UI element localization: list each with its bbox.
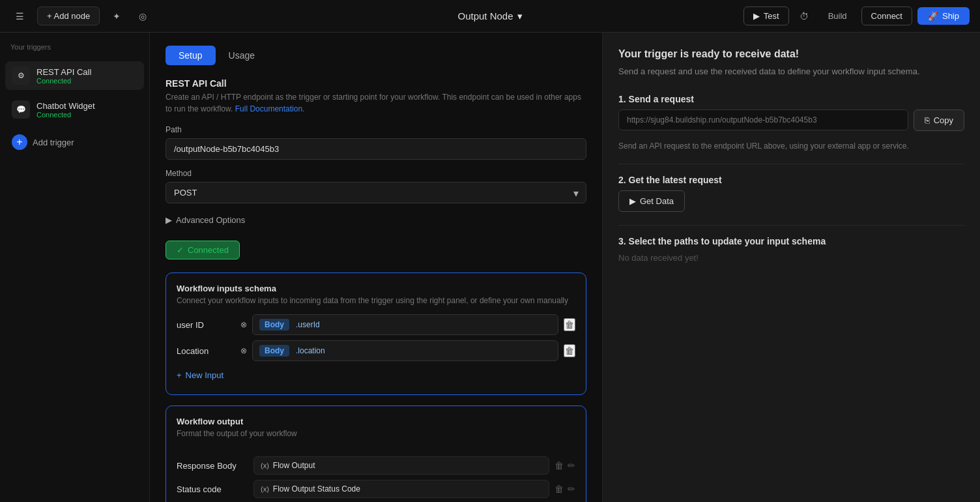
play-icon: ▶ <box>753 11 760 21</box>
get-data-button[interactable]: ▶ Get Data <box>618 190 685 212</box>
step1-section: 1. Send a request ⎘ Copy Send an API req… <box>618 94 964 151</box>
method-select[interactable]: POST GET PUT DELETE PATCH <box>166 182 586 203</box>
test-button[interactable]: ▶ Test <box>743 7 789 25</box>
add-node-button[interactable]: + Add node <box>37 7 100 25</box>
panel-title: Your trigger is ready to receive data! <box>618 48 964 60</box>
ship-icon: 🚀 <box>928 11 938 21</box>
body-tag-location: Body <box>259 345 289 357</box>
plus-icon: + <box>177 370 182 380</box>
rest-api-icon: ⚙ <box>12 66 30 85</box>
magic-button[interactable]: ✦ <box>108 8 126 24</box>
menu-icon: ☰ <box>16 11 24 22</box>
userid-label: user ID <box>177 320 235 330</box>
tabs: Setup Usage <box>166 46 586 65</box>
tab-usage[interactable]: Usage <box>216 46 268 65</box>
input-row-location: Location ⊗ Body .location 🗑 <box>177 340 575 361</box>
path-label: Path <box>166 125 586 134</box>
input-row-userid: user ID ⊗ Body .userId 🗑 <box>177 314 575 335</box>
output-row-body: Response Body (x) Flow Output 🗑 ✏ <box>177 456 575 475</box>
divider-2 <box>618 225 964 226</box>
connect-button[interactable]: Connect <box>861 7 912 25</box>
panel-desc: Send a request and use the received data… <box>618 65 964 78</box>
topbar-right: ▶ Test ⏱ Build Connect 🚀 Ship <box>743 7 970 25</box>
endpoint-url-input[interactable] <box>618 110 908 130</box>
api-title: REST API Call <box>166 78 586 89</box>
panel-header: Your trigger is ready to receive data! S… <box>618 48 964 78</box>
method-label: Method <box>166 169 586 178</box>
method-group: Method POST GET PUT DELETE PATCH <box>166 169 586 203</box>
no-data-text: No data received yet! <box>618 253 964 263</box>
delete-status-button[interactable]: 🗑 <box>555 484 564 494</box>
add-icon: + <box>12 134 27 150</box>
copy-button[interactable]: ⎘ Copy <box>914 110 964 131</box>
topbar-left: ☰ + Add node ✦ ◎ <box>10 7 736 25</box>
method-select-wrapper: POST GET PUT DELETE PATCH <box>166 182 586 203</box>
connected-badge: ✓ Connected <box>166 241 240 259</box>
output-title: Workflow output <box>177 417 297 426</box>
copy-icon: ⎘ <box>925 115 930 125</box>
output-row-status: Status code (x) Flow Output Status Code … <box>177 480 575 498</box>
history-button[interactable]: ⏱ <box>794 8 814 24</box>
search-button[interactable]: ◎ <box>134 8 152 24</box>
edit-body-button[interactable]: ✏ <box>568 460 575 471</box>
content-inner: Setup Usage REST API Call Create an API … <box>166 46 586 502</box>
chevron-right-icon: ▶ <box>166 215 172 225</box>
api-description: Create an API / HTTP endpoint as the tri… <box>166 91 586 115</box>
edit-status-button[interactable]: ✏ <box>568 484 575 494</box>
response-body-label: Response Body <box>177 461 248 471</box>
connected-badge-wrapper: ✓ Connected <box>166 235 586 259</box>
workflow-inputs-desc: Connect your workflow inputs to incoming… <box>177 296 575 305</box>
chatbot-icon: 💬 <box>12 100 30 119</box>
check-icon: ✓ <box>177 245 184 255</box>
location-path: .location <box>293 345 328 357</box>
divider-1 <box>618 164 964 164</box>
trigger-info-chatbot: Chatbot Widget Connected <box>36 101 95 119</box>
sidebar-item-chatbot[interactable]: 💬 Chatbot Widget Connected <box>5 95 144 124</box>
output-row-status-actions: 🗑 ✏ <box>555 484 575 494</box>
delete-location-button[interactable]: 🗑 <box>564 344 575 357</box>
doc-link[interactable]: Full Documentation. <box>235 104 305 113</box>
delete-body-button[interactable]: 🗑 <box>555 460 564 471</box>
menu-button[interactable]: ☰ <box>10 8 29 24</box>
path-group: Path <box>166 125 586 160</box>
workflow-inputs-section: Workflow inputs schema Connect your work… <box>166 273 586 395</box>
response-body-value: (x) Flow Output <box>253 456 549 475</box>
userid-var-icon[interactable]: ⊗ <box>240 320 247 329</box>
new-input-button[interactable]: + New Input <box>177 366 223 384</box>
add-trigger-button[interactable]: + Add trigger <box>5 129 144 155</box>
output-row-body-actions: 🗑 ✏ <box>555 460 575 471</box>
step3-title: 3. Select the paths to update your input… <box>618 236 964 246</box>
advanced-options-toggle[interactable]: ▶ Advanced Options <box>166 213 245 228</box>
topbar: ☰ + Add node ✦ ◎ Output Node ▾ ▶ Test ⏱ … <box>0 0 980 33</box>
status-code-label: Status code <box>177 484 248 494</box>
sidebar-title: Your triggers <box>5 43 144 56</box>
workflow-inputs-title: Workflow inputs schema <box>177 284 575 293</box>
send-desc: Send an API request to the endpoint URL … <box>618 141 964 151</box>
var-icon-status: (x) <box>261 485 269 493</box>
get-data-play-icon: ▶ <box>629 196 636 206</box>
body-tag-userid: Body <box>259 319 289 331</box>
api-section: REST API Call Create an API / HTTP endpo… <box>166 78 586 259</box>
output-desc: Format the output of your workflow <box>177 429 297 438</box>
location-value: Body .location <box>252 340 558 361</box>
step2-section: 2. Get the latest request ▶ Get Data <box>618 175 964 212</box>
delete-userid-button[interactable]: 🗑 <box>564 318 575 331</box>
trigger-info-rest: REST API Call Connected <box>36 67 91 85</box>
topbar-center: Output Node ▾ <box>457 10 522 22</box>
sidebar: Your triggers ⚙ REST API Call Connected … <box>0 33 150 502</box>
right-panel: Your trigger is ready to receive data! S… <box>602 33 980 502</box>
location-var-icon[interactable]: ⊗ <box>240 346 247 355</box>
main-layout: Your triggers ⚙ REST API Call Connected … <box>0 33 980 502</box>
add-node-label: + Add node <box>47 11 90 21</box>
workflow-inputs-box: Workflow inputs schema Connect your work… <box>166 273 586 395</box>
search-icon: ◎ <box>139 11 147 22</box>
step3-section: 3. Select the paths to update your input… <box>618 236 964 263</box>
path-input[interactable] <box>166 138 586 160</box>
ship-button[interactable]: 🚀 Ship <box>917 7 970 25</box>
tab-setup[interactable]: Setup <box>166 46 216 65</box>
location-label: Location <box>177 346 235 356</box>
sidebar-item-rest-api[interactable]: ⚙ REST API Call Connected <box>5 61 144 90</box>
history-icon: ⏱ <box>800 11 809 22</box>
node-title[interactable]: Output Node ▾ <box>457 10 522 22</box>
build-button[interactable]: Build <box>819 7 856 25</box>
